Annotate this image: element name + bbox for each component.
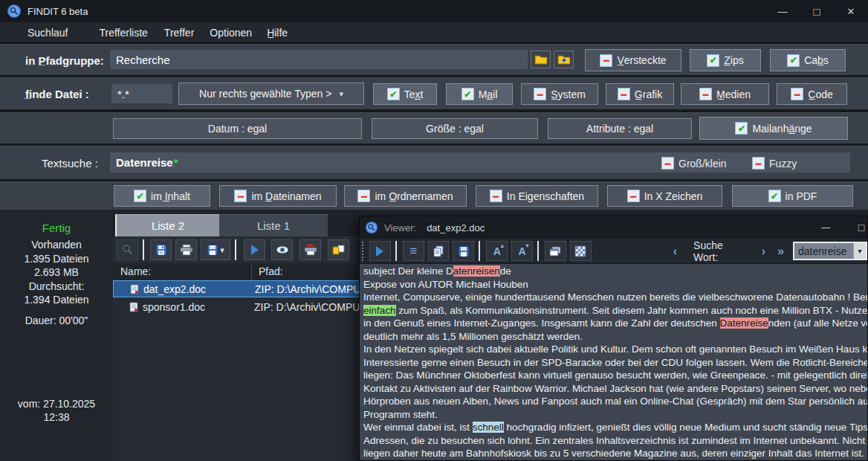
prev-match-button[interactable]: ‹ <box>673 245 677 258</box>
gross-klein-label: Groß/klein <box>678 158 727 170</box>
toggle-medien[interactable]: ▬ M̲edien <box>681 83 769 105</box>
toggle-zips[interactable]: ✔ Z̲ips <box>690 49 761 71</box>
status-size: 2.693 MB <box>0 266 113 278</box>
folder-add-button[interactable] <box>554 51 574 68</box>
viewer-text-line: liegen: Das Münchner Oktoberfest kann vi… <box>363 369 867 382</box>
mailanhaenge-checkbox[interactable]: ✔ <box>735 122 748 135</box>
maximize-button[interactable]: □ <box>800 0 834 22</box>
toggle-mail[interactable]: ✔ Ma̲il <box>446 83 513 105</box>
toggle-system[interactable]: ▬ S̲ystem <box>521 83 598 105</box>
viewer-text-line: Adressen, die zu besuchen sich lohnt. Ei… <box>363 434 867 448</box>
menu-trefferliste[interactable]: Trefferliste <box>99 27 147 39</box>
toggle-im-dateinamen[interactable]: ▬ im D̲ateinamen <box>219 185 337 207</box>
versteckte-checkbox[interactable]: ▬ <box>600 54 612 67</box>
typen-dropdown[interactable]: Nur rechts gewählte Typen > ▾ <box>178 83 364 105</box>
finde-datei-row: f̲inde Datei : *.* Nur rechts gewählte T… <box>0 77 868 109</box>
viewer-text-area[interactable]: subject Der kleine DatenreisendeExpose v… <box>360 263 867 461</box>
toggle-in-pdf[interactable]: ✔ in PDF <box>732 185 853 207</box>
menu-optionen[interactable]: Optionen <box>210 27 252 39</box>
toolbar-grip[interactable] <box>362 242 366 261</box>
menu-treffer[interactable]: Treffer <box>164 27 194 39</box>
code-checkbox[interactable]: ▬ <box>791 88 803 100</box>
textsuche-input[interactable]: Datenreise * <box>110 152 850 173</box>
viewer-file-name: dat_exp2.doc <box>427 222 485 233</box>
print-list-button[interactable] <box>175 239 197 260</box>
system-checkbox[interactable]: ▬ <box>534 88 546 100</box>
toggle-code[interactable]: ▬ C̲ode <box>777 83 847 105</box>
gross-klein-checkbox[interactable]: ▬ <box>661 157 674 170</box>
close-button[interactable]: ✕ <box>834 0 868 22</box>
tab-liste-2[interactable]: Liste 2 <box>115 214 219 236</box>
attribute-button[interactable]: Attribute : egal <box>548 118 692 139</box>
mail-checkbox[interactable]: ✔ <box>461 88 474 100</box>
in-pdf-checkbox[interactable]: ✔ <box>768 190 781 202</box>
fuzzy-checkbox[interactable]: ▬ <box>752 157 765 170</box>
start-search-button[interactable] <box>244 239 265 260</box>
next-match-button[interactable]: › <box>762 245 765 258</box>
zips-checkbox[interactable]: ✔ <box>707 54 719 67</box>
grafik-checkbox[interactable]: ▬ <box>618 88 630 100</box>
viewer-maximize-button[interactable]: □ <box>850 216 868 239</box>
in-x-zeichen-checkbox[interactable]: ▬ <box>627 190 640 202</box>
menu-hilfe[interactable]: H̲ilfe <box>267 27 288 39</box>
column-pfad[interactable]: Pfad: <box>259 265 283 277</box>
toggle-gross-klein[interactable]: ▬ Groß/klein <box>661 157 727 170</box>
text-checkbox[interactable]: ✔ <box>387 88 400 100</box>
dateimaske-value: *.* <box>117 88 129 100</box>
datum-button[interactable]: Datum : egal <box>113 118 362 139</box>
toggle-im-inhalt[interactable]: ✔ im I̲nhalt <box>114 185 210 207</box>
viewer-title-bar[interactable]: Viewer: dat_exp2.doc — □ <box>360 216 867 239</box>
toggle-versteckte[interactable]: ▬ V̲ersteckte <box>585 49 681 71</box>
pfadgruppe-input[interactable]: Recherche <box>110 50 528 69</box>
viewer-play-button[interactable] <box>369 241 391 261</box>
chevron-down-icon[interactable]: ▾ <box>853 243 866 259</box>
im-inhalt-checkbox[interactable]: ✔ <box>134 190 146 202</box>
minimize-button[interactable]: — <box>765 0 800 22</box>
save-as-button[interactable]: ▾ <box>201 239 230 260</box>
file-name: sponsor1.doc <box>143 301 205 313</box>
font-decrease-button[interactable]: A▾ <box>511 241 533 261</box>
toggle-mailanhaenge[interactable]: ✔ Mailanhä̲nge <box>699 117 848 140</box>
text-view-button[interactable]: ≡ <box>403 241 424 261</box>
print-file-button[interactable] <box>299 239 321 260</box>
toggle-grafik[interactable]: ▬ G̲rafik <box>606 83 674 105</box>
zips-label: Z̲ips <box>724 54 743 66</box>
toggle-im-ordnernamen[interactable]: ▬ im O̲rdnernamen <box>344 185 467 207</box>
open-folder-button[interactable] <box>328 239 349 260</box>
folder-button[interactable] <box>531 51 551 68</box>
wildcard-suffix: * <box>174 156 178 169</box>
font-increase-button[interactable]: A▴ <box>486 241 508 261</box>
toggle-fuzzy[interactable]: ▬ Fuzzy <box>752 157 797 170</box>
copy-button[interactable] <box>428 241 450 261</box>
groesse-button[interactable]: Größe : egal <box>372 118 538 139</box>
im-ordnernamen-checkbox[interactable]: ▬ <box>357 190 370 202</box>
menu-suchlauf[interactable]: Suchlauf <box>27 27 68 39</box>
dateimaske-input[interactable]: *.* <box>111 84 172 103</box>
tab-liste-1[interactable]: Liste 1 <box>219 214 328 236</box>
toggle-in-eigenschaften[interactable]: ▬ In Eigenschaften <box>476 185 598 207</box>
print-red-icon <box>304 244 317 256</box>
save-list-button[interactable] <box>150 239 172 260</box>
search-disabled-button[interactable] <box>117 239 138 260</box>
toggle-text[interactable]: ✔ Tex̲t <box>373 83 437 105</box>
cascade-button[interactable] <box>545 241 566 261</box>
in-eigenschaften-checkbox[interactable]: ▬ <box>490 190 502 202</box>
im-dateinamen-checkbox[interactable]: ▬ <box>234 190 247 202</box>
play-icon <box>376 246 383 257</box>
medien-checkbox[interactable]: ▬ <box>699 88 712 100</box>
viewer-window: Viewer: dat_exp2.doc — □ ≡ <box>359 216 868 461</box>
grid-button[interactable] <box>570 241 592 261</box>
search-term-combobox[interactable]: datenreise ▾ <box>793 242 867 260</box>
toggle-in-x-zeichen[interactable]: ▬ In X Zeichen <box>607 185 722 207</box>
last-match-button[interactable]: » <box>777 245 784 258</box>
pfadgruppe-value: Recherche <box>116 54 170 66</box>
column-name[interactable]: Name: <box>120 265 151 277</box>
viewer-minimize-button[interactable]: — <box>814 216 837 239</box>
preview-button[interactable] <box>271 239 293 260</box>
toggle-cabs[interactable]: ✔ Cab̲s <box>770 49 846 71</box>
status-durchsucht: Durchsucht: <box>0 280 113 292</box>
viewer-text-line: deutlich mehr als 1,5 Millionen geschätz… <box>363 330 867 344</box>
viewer-save-button[interactable] <box>453 241 474 261</box>
cabs-checkbox[interactable]: ✔ <box>787 54 800 67</box>
viewer-text-line: Wer einmal dabei ist, ist schnell hochgr… <box>363 421 867 434</box>
